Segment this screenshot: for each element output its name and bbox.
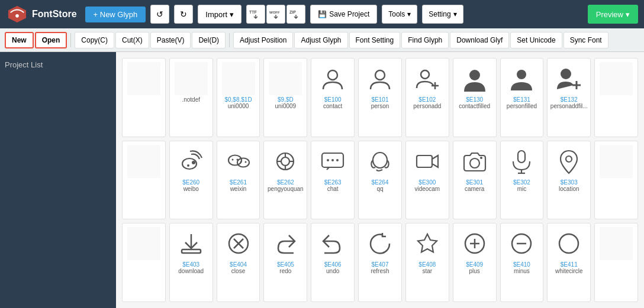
svg-point-20 (236, 158, 238, 160)
svg-text:TTF: TTF (249, 10, 257, 14)
import-button[interactable]: Import ▾ (198, 5, 242, 24)
new-button[interactable]: New (5, 32, 34, 48)
glyph-card[interactable]: $E411whitecircle (547, 223, 591, 302)
glyph-card[interactable]: $E301camera (453, 141, 497, 220)
glyph-code: $E403 (182, 261, 199, 268)
glyph-icon (127, 227, 160, 260)
glyph-code: $E405 (277, 261, 294, 268)
glyph-icon (411, 227, 444, 260)
glyph-card[interactable]: $E302mic (500, 141, 544, 220)
glyph-card[interactable] (594, 223, 638, 302)
glyph-card[interactable]: $E406undo (311, 223, 355, 302)
glyph-grid: .notdef$0,$8,$1Duni0000$9,$Duni0009$E100… (116, 52, 644, 308)
find-glyph-button[interactable]: Find Glyph (401, 32, 449, 48)
glyph-code: $E262 (277, 179, 294, 186)
logo: FontStore (6, 5, 77, 24)
glyph-card[interactable]: $E131personfilled (500, 58, 544, 137)
glyph-card[interactable]: $E101person (358, 58, 402, 137)
glyph-card[interactable]: $E261weixin (217, 141, 260, 220)
glyph-card[interactable]: $E132personaddfil... (547, 58, 591, 137)
glyph-icon (552, 145, 585, 178)
woff-download-button[interactable]: WOFF (266, 5, 285, 24)
glyph-card[interactable]: $E262pengyouquan (263, 141, 307, 220)
preview-button[interactable]: Preview ▾ (588, 5, 638, 24)
glyph-code: $0,$8,$1D (224, 96, 252, 103)
glyph-code: $E100 (324, 96, 342, 103)
paste-button[interactable]: Paste(V) (150, 32, 191, 48)
glyph-card[interactable]: $E264qq (358, 141, 402, 220)
glyph-card[interactable] (122, 223, 166, 302)
glyph-card[interactable]: $E130contactfilled (453, 58, 497, 137)
svg-point-22 (244, 161, 246, 163)
glyph-card[interactable] (594, 141, 638, 220)
glyph-card[interactable]: $E100contact (311, 58, 355, 137)
glyph-name: download (172, 268, 210, 274)
glyph-name: pengyouquan (266, 186, 304, 192)
svg-point-16 (187, 164, 189, 167)
glyph-icon (458, 62, 491, 95)
glyph-icon (269, 227, 302, 260)
glyph-card[interactable]: $9,$Duni0009 (263, 58, 307, 137)
adjust-glyph-button[interactable]: Adjust Glyph (294, 32, 347, 48)
glyph-icon (269, 145, 302, 178)
glyph-card[interactable]: $E102personadd (405, 58, 449, 137)
ttf-download-button[interactable]: TTF (246, 5, 265, 24)
svg-point-21 (240, 161, 242, 163)
logo-text: FontStore (32, 9, 77, 20)
svg-point-10 (517, 70, 526, 79)
project-list-label: Project List (5, 58, 111, 72)
glyph-code: $E260 (182, 179, 199, 186)
glyph-code: $E303 (561, 179, 578, 186)
svg-point-17 (228, 155, 242, 165)
new-glyph-button[interactable]: + New Glyph (85, 7, 146, 22)
glyph-card[interactable]: $E404close (217, 223, 260, 302)
glyph-card[interactable]: $E405redo (263, 223, 307, 302)
undo-button[interactable]: ↺ (150, 5, 169, 24)
glyph-card[interactable]: $E260weibo (169, 141, 213, 220)
glyph-card[interactable] (594, 58, 638, 137)
cut-button[interactable]: Cut(X) (115, 32, 149, 48)
redo-button[interactable]: ↻ (174, 5, 193, 24)
glyph-name: weibo (172, 186, 210, 192)
copy-button[interactable]: Copy(C) (75, 32, 114, 48)
open-button[interactable]: Open (35, 32, 67, 48)
sidebar: Project List (0, 52, 116, 308)
glyph-card[interactable]: $E407refresh (358, 223, 402, 302)
glyph-name: contact (314, 103, 352, 109)
download-glyf-button[interactable]: Download Glyf (450, 32, 509, 48)
glyph-code: $E408 (418, 261, 436, 268)
glyph-card[interactable] (122, 141, 166, 220)
glyph-card[interactable]: $E408star (405, 223, 449, 302)
svg-point-4 (328, 70, 337, 80)
adjust-position-button[interactable]: Adjust Position (233, 32, 293, 48)
glyph-name: contactfilled (456, 103, 494, 109)
tools-button[interactable]: Tools ▾ (382, 5, 417, 24)
glyph-card[interactable]: $E263chat (311, 141, 355, 220)
glyph-name: camera (456, 186, 494, 192)
glyph-card[interactable]: $E410minus (500, 223, 544, 302)
font-setting-button[interactable]: Font Setting (349, 32, 401, 48)
svg-point-11 (561, 69, 571, 79)
glyph-icon (552, 62, 585, 95)
set-unicode-button[interactable]: Set Unicode (510, 32, 562, 48)
sync-font-button[interactable]: Sync Font (564, 32, 608, 48)
glyph-code: $E264 (372, 179, 389, 186)
glyph-card[interactable]: .notdef (169, 58, 213, 137)
glyph-card[interactable]: $E409plus (453, 223, 497, 302)
glyph-card[interactable]: $E300videocam (405, 141, 449, 220)
zip-download-button[interactable]: ZIP (286, 5, 305, 24)
glyph-icon (600, 145, 633, 178)
setting-button[interactable]: Setting ▾ (422, 5, 463, 24)
glyph-card[interactable]: $0,$8,$1Duni0000 (217, 58, 260, 137)
glyph-card[interactable]: $E403download (169, 223, 213, 302)
save-project-button[interactable]: 💾 Save Project (310, 5, 377, 24)
glyph-code: $E131 (513, 96, 530, 103)
glyph-card[interactable] (122, 58, 166, 137)
svg-point-24 (281, 157, 289, 166)
glyph-card[interactable]: $E303location (547, 141, 591, 220)
toolbar-separator-2 (229, 33, 230, 47)
svg-rect-41 (182, 249, 201, 253)
glyph-name: redo (266, 268, 304, 274)
del-button[interactable]: Del(D) (192, 32, 226, 48)
svg-point-9 (469, 70, 480, 80)
